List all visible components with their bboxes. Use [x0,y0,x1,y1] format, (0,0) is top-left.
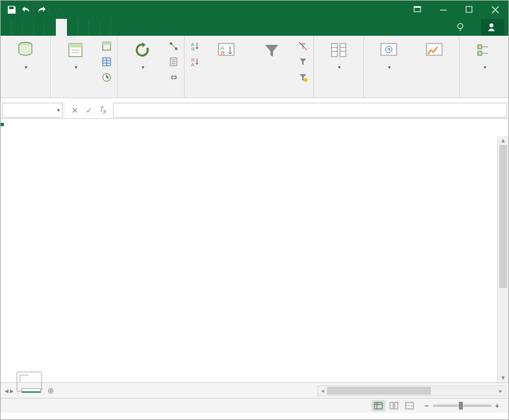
enter-formula-button[interactable]: ✓ [83,105,95,116]
save-button[interactable] [5,3,19,17]
new-query-button[interactable]: ▾ [55,38,96,70]
get-external-data-button[interactable]: ▾ [5,38,46,70]
tell-me-button[interactable] [452,22,471,33]
tab-layout[interactable] [34,19,45,36]
group-outline: ▾ [460,36,509,98]
properties-button[interactable] [167,55,180,68]
ribbon: ▾ ▾ ▾ [1,36,508,98]
sort-asc-button[interactable]: AЯ [189,40,202,53]
name-box[interactable]: ▾ [2,103,63,118]
worksheet-grid[interactable]: ▲ ▼ [1,123,508,383]
vertical-scrollbar[interactable]: ▲ ▼ [497,136,508,382]
forecast-sheet-button[interactable] [413,38,455,62]
svg-point-4 [458,23,463,29]
tab-data[interactable] [56,19,67,36]
zoom-controls: − + [424,402,503,410]
title-bar: ▾ ▾ ▾ [1,1,508,19]
ribbon-tabs [1,19,508,36]
connections-button[interactable] [167,40,180,53]
tab-file[interactable] [1,19,12,36]
view-page-break-button[interactable] [402,400,417,412]
svg-rect-32 [390,402,393,409]
svg-rect-33 [395,402,398,409]
new-sheet-button[interactable]: ⊕ [44,384,58,398]
sheet-tab[interactable] [21,388,41,393]
share-button[interactable] [481,19,504,36]
scroll-right-button[interactable]: ▸ [496,386,505,395]
fill-handle[interactable] [1,123,4,126]
qat-customize-button[interactable]: ▾ [51,3,66,17]
svg-rect-29 [478,45,482,49]
zoom-out-button[interactable]: − [424,402,428,410]
group-get-transform: ▾ [51,36,118,98]
svg-rect-2 [440,10,447,10]
view-buttons [371,400,417,412]
svg-text:Я: Я [191,58,194,62]
status-bar: − + [1,399,508,413]
scroll-left-button[interactable]: ◂ [318,386,327,395]
show-queries-button[interactable] [100,40,113,53]
svg-point-5 [489,23,493,27]
maximize-button[interactable] [456,1,482,19]
outline-button[interactable]: ▾ [463,38,505,70]
tab-home[interactable] [12,19,23,36]
advanced-filter-button[interactable] [296,71,309,84]
svg-rect-10 [103,42,111,45]
tab-view[interactable] [78,19,89,36]
tab-abbyy[interactable] [89,19,100,36]
from-table-button[interactable] [100,55,113,68]
minimize-button[interactable] [430,1,456,19]
svg-rect-8 [69,44,82,47]
edit-links-button[interactable] [167,71,180,84]
svg-text:Я: Я [220,50,225,57]
selection-range [1,123,3,125]
formula-input-wrap[interactable] [113,103,507,118]
svg-rect-3 [466,7,472,12]
zoom-in-button[interactable]: + [495,402,499,410]
ribbon-options-button[interactable] [404,1,430,19]
redo-button[interactable]: ▾ [36,3,50,17]
svg-text:Я: Я [191,47,194,51]
reapply-button[interactable] [296,55,309,68]
svg-text:A: A [191,42,194,47]
group-sort-filter: AЯ ЯA АЯ [185,36,314,98]
close-button[interactable] [482,1,508,19]
svg-rect-24 [332,44,337,57]
tab-insert[interactable] [23,19,34,36]
filter-button[interactable] [251,38,293,62]
svg-rect-25 [340,44,346,57]
tab-acrobat[interactable] [100,19,111,36]
recent-sources-button[interactable] [100,71,113,84]
zoom-slider[interactable] [433,404,491,407]
data-tools-button[interactable]: ▾ [318,38,359,70]
horizontal-scrollbar[interactable]: ◂ ▸ [317,386,506,396]
sheet-tab-bar: ◂▸ ⊕ ◂ ▸ [1,383,508,399]
undo-button[interactable]: ▾ [20,3,34,17]
group-data-tools: ▾ [314,36,364,98]
hscroll-thumb[interactable] [327,387,431,395]
svg-rect-1 [414,7,421,8]
clear-filter-button[interactable] [296,40,309,53]
cancel-formula-button[interactable]: ✕ [69,105,81,116]
group-connections: ▾ [118,36,185,98]
view-page-layout-button[interactable] [387,400,401,412]
formula-input[interactable] [118,106,502,115]
fx-button[interactable]: fx [98,105,109,116]
refresh-all-button[interactable]: ▾ [122,38,163,70]
scroll-down-button[interactable]: ▼ [498,373,508,382]
svg-text:A: A [191,62,194,67]
name-box-input[interactable] [5,106,57,115]
tab-formulas[interactable] [45,19,56,36]
sort-button[interactable]: АЯ [205,38,247,62]
scroll-up-button[interactable]: ▲ [498,136,508,145]
view-normal-button[interactable] [371,400,385,412]
group-external-data: ▾ [1,36,51,98]
formula-bar: ▾ ✕ ✓ fx [1,102,508,119]
vscroll-thumb[interactable] [499,145,507,288]
sort-desc-button[interactable]: ЯA [189,55,202,68]
svg-rect-31 [374,402,382,409]
whatif-button[interactable]: ▾ [368,38,410,70]
window-controls [404,1,508,19]
sheet-nav[interactable]: ◂▸ [1,386,18,395]
tab-review[interactable] [67,19,78,36]
